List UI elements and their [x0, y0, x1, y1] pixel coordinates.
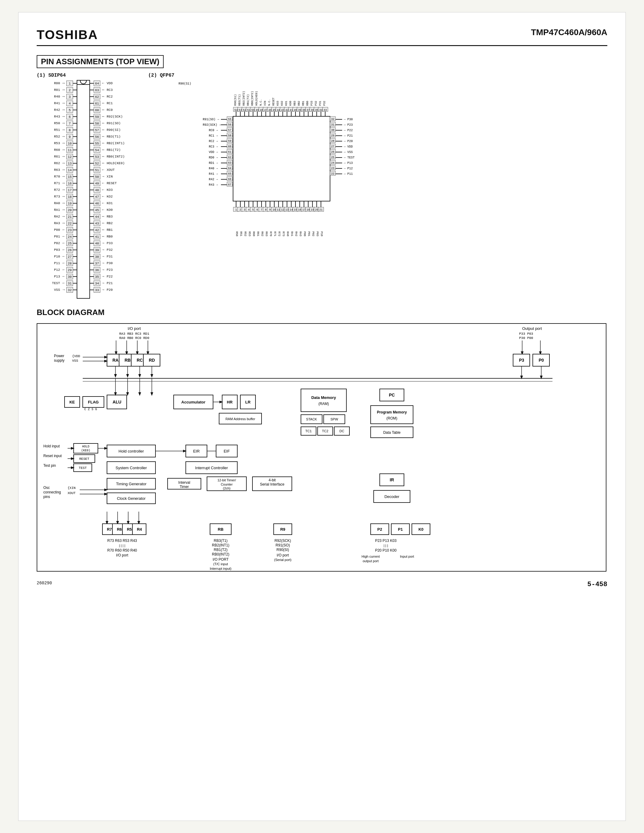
table-row: R63↔14	[37, 167, 77, 173]
qfp67-title: (2) QFP67	[148, 73, 607, 78]
table-row: RA2↔21	[37, 213, 77, 220]
pin-assignments-title: PIN ASSIGNMENTS (TOP VIEW)	[37, 55, 164, 68]
svg-text:R91(SO) →: R91(SO) →	[203, 118, 219, 121]
svg-text:KO1: KO1	[285, 101, 288, 106]
svg-text:pins: pins	[43, 495, 50, 499]
svg-text:24: 24	[331, 161, 335, 164]
svg-text:Counter: Counter	[221, 482, 232, 486]
svg-text:Timing Generator: Timing Generator	[116, 482, 147, 486]
svg-text:System Controller: System Controller	[116, 466, 147, 470]
part-number: TMP47C460A/960A	[531, 27, 607, 37]
table-row: 48←KO3	[90, 187, 130, 193]
svg-text:IR: IR	[390, 478, 394, 482]
table-row: 44↔RB3	[90, 213, 130, 220]
svg-text:66: 66	[228, 178, 232, 181]
svg-text:Program Memory: Program Memory	[377, 410, 407, 414]
svg-text:EIF: EIF	[224, 449, 230, 453]
table-row: 46←KO1	[90, 200, 130, 207]
svg-text:61: 61	[228, 151, 232, 154]
svg-text:27: 27	[331, 145, 335, 148]
svg-text:15: 15	[294, 208, 297, 211]
qfp67-diagram: (2) QFP67 R90(S1)	[148, 73, 607, 238]
svg-text:RB2: RB2	[298, 101, 301, 106]
svg-text:64: 64	[228, 167, 232, 170]
svg-text:R62: R62	[261, 232, 264, 236]
svg-text:29: 29	[331, 134, 335, 137]
svg-text:RB: RB	[124, 358, 130, 363]
svg-text:KO0: KO0	[289, 101, 292, 106]
svg-text:R60: R60	[252, 232, 255, 236]
block-diagram-title: BLOCK DIAGRAM	[37, 308, 607, 317]
table-row: R51↔8	[37, 127, 77, 133]
doc-number: 260290	[37, 581, 52, 588]
svg-text:STACK: STACK	[306, 417, 317, 421]
table-row: TEST←31	[37, 280, 77, 286]
svg-text:Data Memory: Data Memory	[311, 395, 336, 400]
svg-text:(KE0): (KE0)	[81, 449, 90, 452]
qfp-right-pins: 32 → P30 31 → P23 30 → P22 29 → P21	[330, 117, 354, 176]
svg-text:14: 14	[290, 208, 293, 211]
svg-text:P33   P03: P33 P03	[519, 332, 533, 336]
svg-text:P3: P3	[519, 358, 524, 363]
svg-text:30: 30	[331, 129, 335, 132]
svg-text:RA0  RB0  RC0  RD0: RA0 RB0 RC0 RD0	[119, 336, 149, 340]
qfp-bottom-pins: 1 2 3 4 5	[233, 201, 324, 211]
svg-text:5: 5	[252, 208, 254, 211]
svg-text:P2: P2	[377, 527, 382, 532]
svg-text:32: 32	[331, 118, 335, 121]
svg-text:VDD →: VDD →	[209, 151, 218, 154]
table-row: 49←RESET	[90, 180, 130, 187]
svg-text:→ TEST: → TEST	[344, 156, 354, 159]
table-row: VSS→32	[37, 286, 77, 293]
table-row: 33→P20	[90, 286, 130, 293]
svg-text:P10: P10	[320, 232, 323, 236]
sdip-notch	[80, 80, 87, 84]
svg-text:44: 44	[277, 109, 280, 112]
table-row: R72↔17	[37, 187, 77, 193]
svg-text:I/O port: I/O port	[127, 326, 141, 331]
table-row: 61↔RC1	[90, 100, 130, 107]
svg-text:EIR: EIR	[193, 449, 200, 453]
svg-text:(T/C input: (T/C input	[213, 562, 228, 566]
svg-rect-312	[301, 389, 346, 412]
table-row: 58↔R91(SO)	[90, 120, 130, 127]
svg-text:R90(S1): R90(S1)	[234, 94, 237, 106]
sdip-body-spacer	[77, 85, 89, 298]
svg-text:XIN: XIN	[264, 101, 267, 106]
svg-text:P1: P1	[398, 527, 403, 532]
svg-text:VSS: VSS	[72, 359, 78, 363]
svg-text:13: 13	[285, 208, 289, 211]
svg-text:Power: Power	[54, 354, 64, 358]
svg-text:TC1: TC1	[306, 429, 312, 433]
svg-text:→ P22: → P22	[344, 129, 353, 132]
table-row: 41↔RB0	[90, 233, 130, 240]
svg-text:RESET: RESET	[79, 457, 89, 461]
svg-text:R6: R6	[117, 527, 122, 532]
svg-text:57: 57	[228, 129, 232, 132]
svg-text:R73: R73	[282, 232, 285, 236]
table-row: 51←XOUT	[90, 167, 130, 173]
svg-text:R41 →: R41 →	[209, 172, 218, 176]
svg-text:Interrupt Controller: Interrupt Controller	[195, 466, 228, 470]
svg-text:→ P20: → P20	[344, 140, 353, 143]
svg-text:DC: DC	[340, 429, 344, 433]
svg-text:R40 →: R40 →	[209, 167, 218, 170]
svg-text:62: 62	[228, 156, 232, 159]
svg-text:46: 46	[269, 109, 272, 112]
table-row: R61↔12	[37, 153, 77, 160]
svg-text:Reset input: Reset input	[43, 454, 62, 458]
table-row: R40↔3	[37, 93, 77, 100]
svg-text:→ P13: → P13	[344, 161, 353, 165]
svg-text:12: 12	[281, 208, 285, 211]
svg-text:{XIN: {XIN	[68, 486, 76, 490]
svg-text:→ P21: → P21	[344, 134, 353, 138]
svg-text:R92(SCK): R92(SCK)	[275, 539, 291, 543]
svg-text:53: 53	[239, 109, 242, 112]
svg-text:17: 17	[303, 208, 306, 211]
sdip64-diagram: (1) SDIP64 R00↔1 R01↔2 R40↔3 R41↔4 R42↔5…	[37, 73, 130, 299]
svg-text:P33: P33	[310, 101, 313, 106]
table-row: 43↔RB2	[90, 220, 130, 227]
svg-text:51: 51	[247, 109, 251, 112]
svg-text:R91(SO): R91(SO)	[275, 543, 290, 547]
svg-text:N.C.: N.C.	[259, 99, 262, 106]
